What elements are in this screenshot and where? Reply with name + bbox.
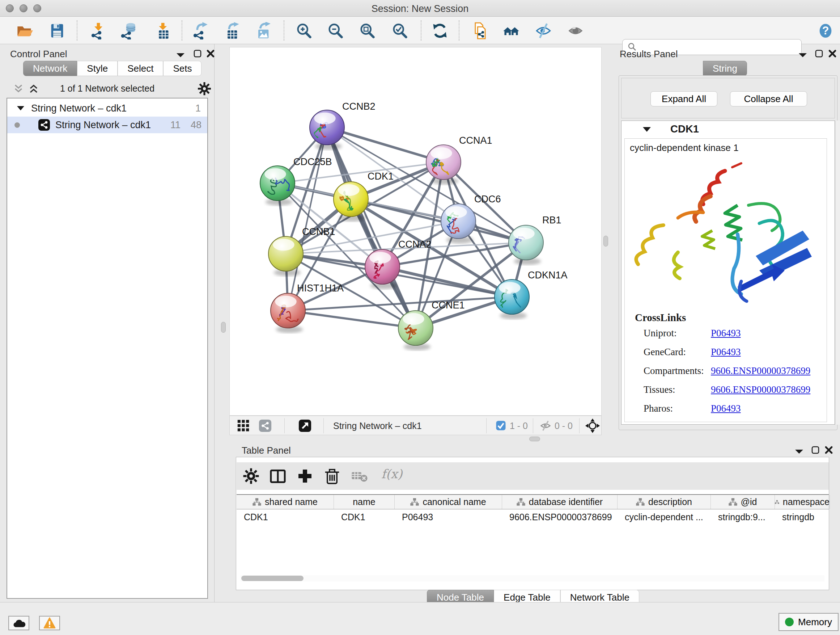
column-header--id[interactable]: @id bbox=[711, 495, 775, 509]
homes-button[interactable] bbox=[502, 22, 521, 40]
save-session-button[interactable] bbox=[49, 22, 66, 40]
crosslink-compartments-link[interactable]: 9606.ENSP00000378699 bbox=[711, 365, 810, 377]
cell-name[interactable]: CDK1 bbox=[334, 510, 395, 524]
column-header-shared-name[interactable]: shared name bbox=[237, 495, 334, 509]
network-collection-row[interactable]: String Network – cdk1 1 bbox=[7, 100, 207, 117]
table-row[interactable]: CDK1CDK1P064939606.ENSP00000378699cyclin… bbox=[237, 510, 829, 524]
zoom-fit-button[interactable] bbox=[358, 22, 377, 40]
cloud-button[interactable] bbox=[8, 616, 29, 630]
tree-expand-arrow-icon[interactable] bbox=[17, 106, 25, 111]
right-splitter-handle[interactable] bbox=[603, 236, 608, 247]
birds-eye-grid-icon[interactable] bbox=[237, 419, 250, 432]
cell-shared-name[interactable]: CDK1 bbox=[237, 510, 334, 524]
column-header-name[interactable]: name bbox=[334, 495, 395, 509]
crosslink-genecard-link[interactable]: P06493 bbox=[711, 347, 741, 358]
warning-button[interactable] bbox=[39, 616, 60, 630]
crosslink-row: Tissues:9606.ENSP00000378699 bbox=[644, 384, 676, 395]
memory-button[interactable]: Memory bbox=[778, 613, 838, 631]
expand-all-button[interactable]: Expand All bbox=[651, 91, 717, 106]
toolbar-separator bbox=[284, 20, 284, 41]
show-columns-button[interactable] bbox=[269, 467, 286, 485]
open-in-new-window-icon[interactable] bbox=[298, 419, 311, 432]
fit-crosshair-icon[interactable] bbox=[585, 418, 600, 433]
cell--id[interactable]: stringdb:9... bbox=[711, 510, 775, 524]
network-row-selected[interactable]: String Network – cdk1 11 48 bbox=[7, 117, 207, 133]
refresh-button[interactable] bbox=[431, 22, 449, 40]
network-edge[interactable] bbox=[288, 310, 416, 328]
table-panel-float-icon[interactable] bbox=[811, 446, 820, 454]
refresh-icon bbox=[431, 22, 448, 40]
network-edge[interactable] bbox=[327, 127, 444, 162]
window-title: Session: New Session bbox=[0, 3, 840, 14]
import-table-button[interactable] bbox=[153, 22, 172, 40]
network-edge[interactable] bbox=[382, 267, 512, 297]
import-network-button[interactable] bbox=[90, 22, 108, 40]
network-node-ccne1[interactable] bbox=[398, 310, 433, 350]
table-panel-collapse-icon[interactable] bbox=[794, 448, 804, 454]
share-document-button[interactable] bbox=[472, 22, 490, 40]
open-session-button[interactable] bbox=[16, 22, 34, 40]
cell-database-identifier[interactable]: 9606.ENSP00000378699 bbox=[502, 510, 617, 524]
crosslink-pharos-link[interactable]: P06493 bbox=[711, 403, 741, 414]
results-panel-close-icon[interactable] bbox=[828, 49, 837, 58]
network-canvas[interactable]: CCNB2CCNA1CDC25BCDK1CDC6RB1CCNB1CCNA2CDK… bbox=[229, 47, 602, 416]
tab-network[interactable]: Network bbox=[23, 61, 77, 76]
control-panel-float-icon[interactable] bbox=[193, 49, 202, 58]
cell-canonical-name[interactable]: P06493 bbox=[395, 510, 502, 524]
network-node-hist1h1a[interactable] bbox=[271, 293, 305, 333]
crosslink-tissues-link[interactable]: 9606.ENSP00000378699 bbox=[711, 384, 810, 395]
crosslink-uniprot-link[interactable]: P06493 bbox=[711, 328, 741, 339]
table-hscrollbar[interactable] bbox=[240, 575, 824, 581]
results-panel-float-icon[interactable] bbox=[815, 49, 823, 58]
network-options-gear-icon[interactable] bbox=[197, 82, 211, 96]
export-network-button[interactable] bbox=[192, 22, 210, 40]
column-type-icon bbox=[775, 498, 779, 506]
cell-namespace[interactable]: stringdb bbox=[775, 510, 830, 524]
node-label-cdk1: CDK1 bbox=[368, 171, 393, 182]
table-panel-close-icon[interactable] bbox=[824, 446, 833, 454]
tab-sets[interactable]: Sets bbox=[163, 61, 202, 76]
crosslink-label: Uniprot: bbox=[644, 328, 677, 339]
column-header-namespace[interactable]: namespace bbox=[775, 495, 830, 509]
create-column-button[interactable] bbox=[296, 467, 314, 485]
control-panel-close-icon[interactable] bbox=[206, 49, 215, 58]
help-button[interactable]: ? bbox=[817, 22, 835, 40]
results-scrollbar[interactable] bbox=[835, 120, 840, 424]
network-node-cdc25b[interactable] bbox=[260, 166, 295, 206]
function-builder-button[interactable]: f(x) bbox=[381, 467, 402, 481]
zoom-out-button[interactable] bbox=[327, 22, 345, 40]
left-splitter-handle[interactable] bbox=[221, 322, 226, 333]
cell-description[interactable]: cyclin-dependent ... bbox=[617, 510, 711, 524]
entry-collapse-arrow-icon[interactable] bbox=[643, 127, 651, 132]
import-network-from-database-button[interactable] bbox=[120, 22, 138, 40]
network-node-rb1[interactable] bbox=[508, 225, 543, 265]
delete-table-button[interactable] bbox=[351, 467, 368, 485]
network-node-cdkn1a[interactable] bbox=[494, 279, 529, 319]
column-header-canonical-name[interactable]: canonical name bbox=[395, 495, 502, 509]
network-node-ccnb2[interactable] bbox=[309, 110, 344, 150]
table-hscrollbar-thumb[interactable] bbox=[241, 576, 303, 581]
export-table-button[interactable] bbox=[223, 22, 241, 40]
tab-style[interactable]: Style bbox=[77, 61, 118, 76]
column-header-database-identifier[interactable]: database identifier bbox=[502, 495, 617, 509]
collapse-all-button[interactable]: Collapse All bbox=[730, 91, 807, 106]
tab-select[interactable]: Select bbox=[118, 61, 163, 76]
network-share-icon[interactable] bbox=[259, 419, 272, 432]
control-panel-collapse-icon[interactable] bbox=[176, 52, 185, 58]
delete-column-button[interactable] bbox=[324, 467, 341, 485]
export-image-button[interactable] bbox=[254, 22, 272, 40]
show-all-button[interactable] bbox=[567, 22, 585, 40]
zoom-selected-button[interactable] bbox=[391, 22, 409, 40]
string-network-graph[interactable]: CCNB2CCNA1CDC25BCDK1CDC6RB1CCNB1CCNA2CDK… bbox=[230, 48, 601, 415]
entry-description: cyclin-dependent kinase 1 bbox=[630, 142, 739, 154]
network-node-ccnb1[interactable] bbox=[268, 236, 303, 276]
network-edge[interactable] bbox=[327, 127, 416, 328]
column-header-description[interactable]: description bbox=[617, 495, 711, 509]
results-panel-collapse-icon[interactable] bbox=[798, 52, 807, 58]
selected-checkbox-icon[interactable] bbox=[496, 421, 506, 431]
table-settings-gear-button[interactable] bbox=[242, 467, 260, 485]
hide-selected-button[interactable] bbox=[535, 22, 553, 40]
zoom-in-button[interactable] bbox=[295, 22, 313, 40]
network-node-ccna1[interactable] bbox=[426, 145, 461, 185]
tab-string[interactable]: String bbox=[703, 61, 747, 76]
